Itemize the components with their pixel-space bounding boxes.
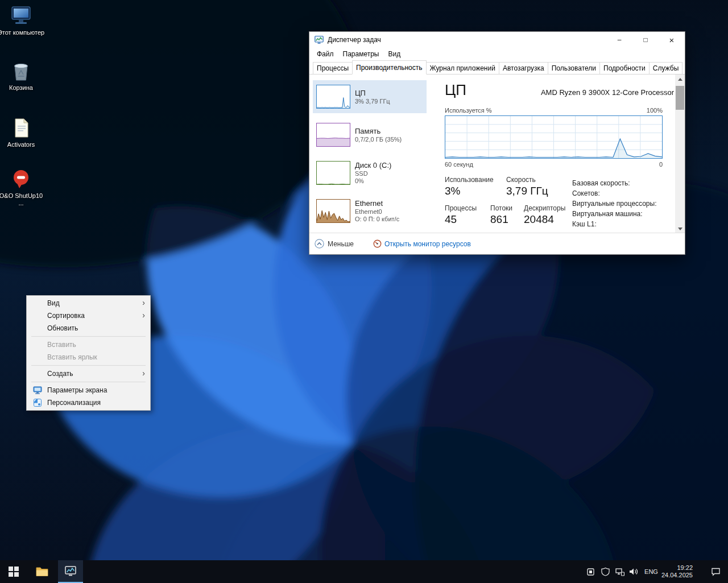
memory-mini-chart <box>316 123 350 147</box>
desktop-icon-label: O&O ShutUp10 ... <box>0 192 45 207</box>
graph-xspan: 60 секунд <box>445 161 473 168</box>
file-explorer-button[interactable] <box>30 560 55 583</box>
cpu-mini-chart <box>316 85 350 109</box>
desktop-icon-label: Activators <box>0 141 45 148</box>
submenu-arrow-icon: › <box>142 298 145 307</box>
tab-app-history[interactable]: Журнал приложений <box>426 62 499 74</box>
tab-startup[interactable]: Автозагрузка <box>499 62 548 74</box>
context-item-refresh[interactable]: Обновить <box>27 322 150 334</box>
windows-logo-icon <box>9 567 19 577</box>
context-item-paste-shortcut: Вставить ярлык <box>27 351 150 363</box>
down-arrow-icon <box>678 228 682 230</box>
cpu-info-column: Базовая скорость: Сокетов: Виртуальные п… <box>572 178 657 229</box>
tab-strip: Процессы Производительность Журнал прило… <box>309 60 685 75</box>
open-resource-monitor-link[interactable]: Открыть монитор ресурсов <box>373 239 471 248</box>
sidebar-item-memory[interactable]: Память 0,7/2,0 ГБ (35%) <box>313 118 427 151</box>
stat-speed: Скорость 3,79 ГГц <box>506 176 548 197</box>
maximize-button[interactable]: □ <box>632 32 659 48</box>
menu-separator <box>31 365 146 366</box>
sidebar-item-disk[interactable]: Диск 0 (C:) SSD 0% <box>313 156 427 189</box>
performance-sidebar: ЦП 3% 3,79 ГГц Память 0,7/2,0 ГБ (35%) <box>313 75 428 233</box>
tray-app-button[interactable] <box>584 560 597 583</box>
tab-users[interactable]: Пользователи <box>548 62 600 74</box>
sidebar-item-detail: Ethernet0 <box>355 208 399 216</box>
clock-date: 24.04.2025 <box>661 572 693 579</box>
tab-processes[interactable]: Процессы <box>313 62 353 74</box>
desktop-icon-this-pc[interactable]: Этот компьютер <box>0 5 45 36</box>
scrollbar-thumb[interactable] <box>676 86 684 110</box>
sidebar-item-title: ЦП <box>355 89 390 97</box>
tray-network-button[interactable] <box>613 560 627 583</box>
tray-app-icon <box>587 568 594 576</box>
desktop-icon-oo-shutup10[interactable]: O&O ShutUp10 ... <box>0 168 45 207</box>
cpu-heading: ЦП <box>445 81 466 99</box>
graph-xzero: 0 <box>659 161 663 168</box>
chevron-up-circle-icon <box>315 239 324 249</box>
resource-monitor-icon <box>373 239 382 248</box>
desktop-context-menu: Вид › Сортировка › Обновить Вставить Вст… <box>26 295 151 411</box>
cpu-panel: ЦП AMD Ryzen 9 3900X 12-Core Processor И… <box>438 75 676 233</box>
volume-icon <box>629 568 638 576</box>
context-item-sort[interactable]: Сортировка › <box>27 309 150 322</box>
personalization-icon <box>33 398 42 407</box>
tab-services[interactable]: Службы <box>649 62 682 74</box>
info-virtual-processors: Виртуальные процессоры: <box>572 199 657 209</box>
performance-content: ЦП 3% 3,79 ГГц Память 0,7/2,0 ГБ (35%) <box>309 75 685 233</box>
desktop-icon-activators[interactable]: Activators <box>0 117 45 148</box>
titlebar: Диспетчер задач – □ × <box>309 32 685 48</box>
action-center-button[interactable] <box>709 560 722 583</box>
recycle-bin-icon <box>10 60 32 82</box>
task-manager-taskbar-button[interactable] <box>58 560 83 583</box>
scroll-up-button[interactable] <box>675 75 685 84</box>
less-details-label: Меньше <box>328 240 354 248</box>
minimize-button[interactable]: – <box>606 32 632 48</box>
sidebar-item-title: Память <box>355 127 402 135</box>
menu-options[interactable]: Параметры <box>339 50 383 58</box>
context-item-view[interactable]: Вид › <box>27 297 150 309</box>
clock[interactable]: 19:22 24.04.2025 <box>661 560 693 583</box>
sidebar-item-title: Ethernet <box>355 199 399 208</box>
cpu-device-name: AMD Ryzen 9 3900X 12-Core Processor <box>541 88 674 97</box>
tab-details[interactable]: Подробности <box>599 62 650 74</box>
vertical-scrollbar[interactable] <box>675 75 685 233</box>
oo-shutup10-icon <box>10 168 32 191</box>
context-item-new[interactable]: Создать › <box>27 367 150 380</box>
scroll-down-button[interactable] <box>675 224 685 233</box>
sidebar-item-cpu[interactable]: ЦП 3% 3,79 ГГц <box>313 80 427 113</box>
sidebar-item-title: Диск 0 (C:) <box>355 161 391 169</box>
disk-mini-chart <box>316 161 350 185</box>
info-l1-cache: Кэш L1: <box>572 219 657 229</box>
folder-document-icon <box>10 117 32 139</box>
submenu-arrow-icon: › <box>142 369 145 378</box>
tray-volume-button[interactable] <box>627 560 640 583</box>
menu-view[interactable]: Вид <box>384 50 404 58</box>
shield-icon <box>601 567 610 576</box>
network-icon <box>615 568 624 576</box>
desktop-icon-recycle-bin[interactable]: Корзина <box>0 60 45 92</box>
this-pc-icon <box>10 5 32 27</box>
graph-ylabel: Используется % <box>445 107 492 114</box>
stat-processes: Процессы 45 <box>445 204 477 226</box>
context-item-personalization[interactable]: Персонализация <box>27 396 150 409</box>
graph-header-row: Используется % 100% <box>445 107 663 114</box>
context-item-display-settings[interactable]: Параметры экрана <box>27 384 150 396</box>
cpu-usage-chart <box>445 115 663 159</box>
menu-file[interactable]: Файл <box>313 50 338 58</box>
info-virtual-machine: Виртуальная машина: <box>572 209 657 219</box>
menubar: Файл Параметры Вид <box>309 48 685 60</box>
close-button[interactable]: × <box>659 32 685 48</box>
sidebar-item-detail2: 0% <box>355 177 391 185</box>
ethernet-mini-chart <box>316 199 350 223</box>
tab-performance[interactable]: Производительность <box>352 60 426 75</box>
start-button[interactable] <box>1 560 26 583</box>
tray-defender-button[interactable] <box>598 560 612 583</box>
graph-footer-row: 60 секунд 0 <box>445 161 663 168</box>
language-indicator[interactable]: ENG <box>642 560 661 583</box>
less-details-button[interactable]: Меньше <box>315 239 354 249</box>
resource-monitor-label: Открыть монитор ресурсов <box>384 240 471 248</box>
stat-usage: Использование 3% <box>445 176 494 197</box>
graph-ymax: 100% <box>647 107 663 114</box>
sidebar-item-ethernet[interactable]: Ethernet Ethernet0 О: 0 П: 0 кбит/с <box>313 195 427 228</box>
sidebar-item-detail: SSD <box>355 170 391 177</box>
sidebar-item-detail2: О: 0 П: 0 кбит/с <box>355 216 399 223</box>
